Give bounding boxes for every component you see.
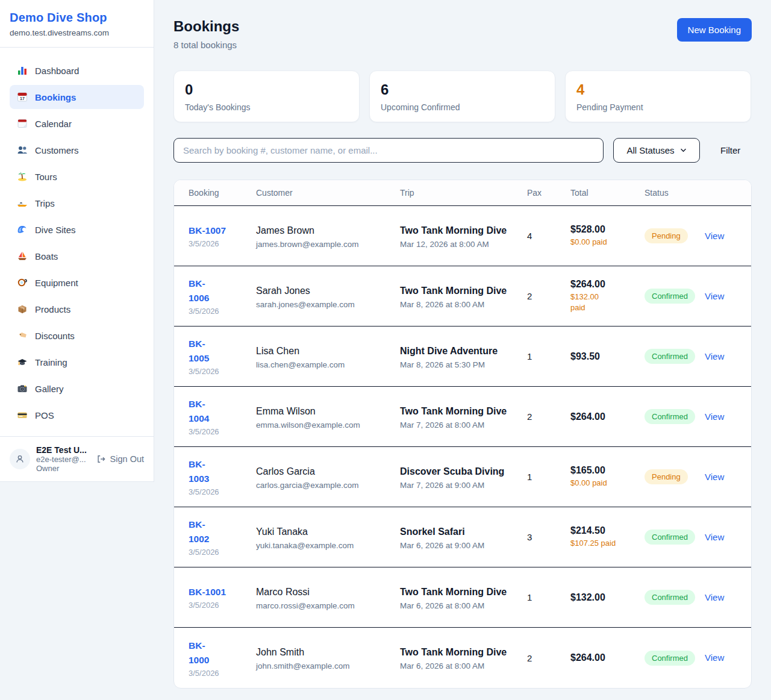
sidebar-item-label: Bookings [35,92,76,102]
booking-id-link[interactable]: BK-1004 [189,397,216,426]
table-row: BK-1001 3/5/2026 Marco Rossi marco.rossi… [174,567,751,628]
trip-name: Discover Scuba Diving [400,464,514,479]
customer-email: lisa.chen@example.com [256,360,400,369]
stat-value: 4 [576,81,740,99]
booking-id-link[interactable]: BK-1001 [189,585,226,599]
paid-amount: $107.25 paid [570,538,622,549]
total-amount: $214.50 [570,525,645,536]
sidebar-item-dive-sites[interactable]: Dive Sites [10,217,144,242]
booking-id-link[interactable]: BK-1006 [189,277,216,305]
sidebar-item-products[interactable]: Products [10,297,144,321]
sidebar-item-label: Equipment [35,278,78,288]
stat-card-todays-bookings: 0 Today's Bookings [173,70,360,122]
sidebar-item-label: Gallery [35,384,64,394]
dive-mask-icon [17,277,28,288]
sidebar: Demo Dive Shop demo.test.divestreams.com… [0,0,154,482]
trip-name: Two Tank Morning Dive [400,585,514,599]
filter-button[interactable]: Filter [720,145,740,155]
customer-name: Marco Rossi [256,585,400,599]
view-link[interactable]: View [705,652,724,663]
sidebar-item-customers[interactable]: Customers [10,138,144,162]
status-select[interactable]: All Statuses [613,138,700,163]
trip-name: Night Dive Adventure [400,344,514,358]
view-link[interactable]: View [705,532,724,542]
paid-amount: $0.00 paid [570,478,622,489]
booking-id-link[interactable]: BK-1005 [189,337,216,366]
sidebar-item-tours[interactable]: Tours [10,164,144,189]
pax-count: 1 [527,472,570,482]
sidebar-item-bookings[interactable]: 17 Bookings [10,85,144,109]
pax-count: 3 [527,532,570,542]
view-link[interactable]: View [705,411,724,422]
table-header: Booking Customer Trip Pax Total Status [174,180,751,206]
trip-date: Mar 7, 2026 at 9:00 AM [400,481,514,490]
svg-text:17: 17 [20,96,25,101]
stats-row: 0 Today's Bookings 6 Upcoming Confirmed … [173,70,752,122]
status-badge: Confirmed [645,590,695,605]
customer-email: carlos.garcia@example.com [256,481,400,490]
sidebar-item-boats[interactable]: Boats [10,244,144,268]
filter-row: All Statuses Filter [173,138,752,163]
trip-date: Mar 6, 2026 at 9:00 AM [400,541,514,550]
bookings-table: Booking Customer Trip Pax Total Status B… [173,180,752,689]
trip-name: Two Tank Morning Dive [400,284,514,298]
booking-id-link[interactable]: BK-1003 [189,457,216,486]
customer-email: james.brown@example.com [256,240,400,249]
sign-out-label: Sign Out [110,454,144,464]
view-link[interactable]: View [705,351,724,361]
col-header-pax: Pax [527,188,570,198]
sign-out-button[interactable]: Sign Out [96,454,144,464]
view-link[interactable]: View [705,592,724,602]
booking-date: 3/5/2026 [189,601,256,610]
status-badge: Confirmed [645,349,695,364]
view-link[interactable]: View [705,472,724,482]
trip-date: Mar 6, 2026 at 8:00 AM [400,601,514,610]
sidebar-item-label: Dive Sites [35,225,76,235]
view-link[interactable]: View [705,231,724,241]
customer-name: Sarah Jones [256,284,400,298]
status-badge: Confirmed [645,409,695,424]
sidebar-item-gallery[interactable]: Gallery [10,377,144,401]
user-box: E2E Test U... e2e-tester@... Owner Sign … [0,436,154,481]
trip-date: Mar 12, 2026 at 8:00 AM [400,240,514,249]
pax-count: 2 [527,653,570,663]
booking-date: 3/5/2026 [189,548,256,557]
sidebar-item-pos[interactable]: POS [10,403,144,427]
user-email: e2e-tester@... [36,455,90,464]
table-row: BK-1000 3/5/2026 John Smith john.smith@e… [174,628,751,688]
view-link[interactable]: View [705,291,724,301]
customer-name: Yuki Tanaka [256,525,400,539]
people-icon [17,145,28,155]
pax-count: 2 [527,411,570,422]
col-header-customer: Customer [256,188,400,198]
booking-id-link[interactable]: BK-1007 [189,223,226,238]
sidebar-item-calendar[interactable]: Calendar [10,111,144,136]
sidebar-item-dashboard[interactable]: Dashboard [10,58,144,83]
table-row: BK-1002 3/5/2026 Yuki Tanaka yuki.tanaka… [174,507,751,567]
island-icon [17,171,28,182]
user-role: Owner [36,464,90,473]
sidebar-item-discounts[interactable]: Discounts [10,323,144,348]
table-row: BK-1006 3/5/2026 Sarah Jones sarah.jones… [174,266,751,327]
booking-date: 3/5/2026 [189,427,256,436]
booking-id-link[interactable]: BK-1002 [189,517,216,546]
booking-id-link[interactable]: BK-1000 [189,639,216,667]
sidebar-item-label: Training [35,357,67,367]
user-name: E2E Test U... [36,445,90,455]
customer-name: Carlos Garcia [256,464,400,479]
new-booking-button[interactable]: New Booking [677,18,752,42]
sidebar-item-equipment[interactable]: Equipment [10,270,144,295]
total-amount: $264.00 [570,411,645,422]
sidebar-item-training[interactable]: Training [10,350,144,374]
trip-name: Two Tank Morning Dive [400,404,514,419]
sidebar-item-trips[interactable]: Trips [10,191,144,215]
stat-card-pending-payment: 4 Pending Payment [565,70,751,122]
sidebar-item-label: Boats [35,251,58,261]
sidebar-item-label: Trips [35,198,55,208]
trip-date: Mar 6, 2026 at 8:00 AM [400,661,514,670]
search-input[interactable] [173,138,604,163]
grad-cap-icon [17,357,28,367]
brand-block[interactable]: Demo Dive Shop demo.test.divestreams.com [0,0,154,48]
trip-name: Two Tank Morning Dive [400,223,514,238]
customer-email: emma.wilson@example.com [256,420,400,430]
